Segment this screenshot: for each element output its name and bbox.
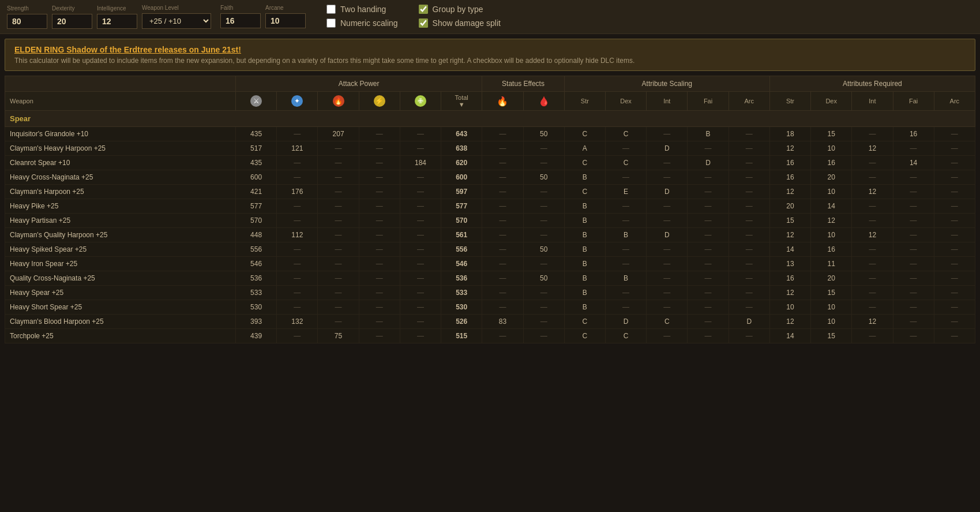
holy-val: — <box>400 199 441 214</box>
status2-val: — <box>523 228 564 242</box>
phys-val: 393 <box>236 315 277 329</box>
light-val: — <box>359 156 400 170</box>
status2-val: 50 <box>523 242 564 257</box>
req-int-header: Int <box>852 92 893 111</box>
status1-val: — <box>482 300 523 315</box>
intelligence-input[interactable] <box>97 14 137 29</box>
weapon-name-cell: Heavy Pike +25 <box>5 199 236 214</box>
table-row[interactable]: Clayman's Quality Harpoon +25448112———56… <box>5 228 975 242</box>
req-int-val: — <box>852 127 893 141</box>
req-arc-val: — <box>934 315 975 329</box>
req-fai-val: 14 <box>893 156 934 170</box>
status2-val: — <box>523 156 564 170</box>
req-dex-val: 20 <box>811 271 852 286</box>
req-int-val: — <box>852 257 893 271</box>
dexterity-input[interactable] <box>52 14 92 29</box>
group-by-type-checkbox[interactable] <box>419 5 428 14</box>
req-fai-val: — <box>893 242 934 257</box>
two-handing-label[interactable]: Two handing <box>340 5 386 14</box>
weapons-table: Attack Power Status Effects Attribute Sc… <box>5 76 975 343</box>
scale-str-val: C <box>564 185 605 199</box>
scale-arc-val: — <box>729 242 769 257</box>
show-damage-split-label[interactable]: Show damage split <box>433 18 501 28</box>
table-row[interactable]: Heavy Iron Spear +25546————546——B————131… <box>5 257 975 271</box>
show-damage-split-checkbox[interactable] <box>419 18 428 28</box>
total-val: 620 <box>441 156 482 170</box>
numeric-scaling-row: Numeric scaling <box>326 18 398 28</box>
table-row[interactable]: Clayman's Harpoon +25421176———597——CED——… <box>5 185 975 199</box>
table-row[interactable]: Clayman's Heavy Harpoon +25517121———638—… <box>5 141 975 156</box>
table-row[interactable]: Heavy Short Spear +25530————530——B————10… <box>5 300 975 315</box>
phys-val: 556 <box>236 242 277 257</box>
scale-fai-val: — <box>688 300 729 315</box>
scale-arc-val: — <box>729 127 769 141</box>
table-row[interactable]: Clayman's Blood Harpoon +25393132———5268… <box>5 315 975 329</box>
status2-val: 50 <box>523 271 564 286</box>
status2-val: — <box>523 199 564 214</box>
two-handing-checkbox[interactable] <box>326 5 336 14</box>
table-row[interactable]: Heavy Spiked Spear +25556————556—50B————… <box>5 242 975 257</box>
faith-input[interactable] <box>220 13 261 28</box>
status1-val: — <box>482 141 523 156</box>
scale-fai-val: D <box>688 156 729 170</box>
phys-val: 600 <box>236 170 277 185</box>
status2-val: — <box>523 315 564 329</box>
req-str-val: 15 <box>769 214 810 228</box>
light-val: — <box>359 199 400 214</box>
table-row[interactable]: Inquisitor's Girandole +10435—207——643—5… <box>5 127 975 141</box>
mag-val: — <box>277 257 318 271</box>
attribute-scaling-header: Attribute Scaling <box>564 76 769 92</box>
weapon-name-cell: Heavy Spiked Spear +25 <box>5 242 236 257</box>
status1-val: — <box>482 329 523 343</box>
mag-val: — <box>277 286 318 300</box>
arcane-input[interactable] <box>265 13 306 28</box>
req-dex-val: 15 <box>811 127 852 141</box>
scale-arc-val: — <box>729 257 769 271</box>
strength-group: Strength <box>7 5 47 29</box>
numeric-scaling-checkbox[interactable] <box>326 18 336 28</box>
category-row: Spear <box>5 111 975 127</box>
scale-dex-val: — <box>605 300 646 315</box>
scale-str-header: Str <box>564 92 605 111</box>
table-row[interactable]: Torchpole +25439—75——515——CC———1415——— <box>5 329 975 343</box>
total-val: 597 <box>441 185 482 199</box>
table-row[interactable]: Quality Cross-Naginata +25536————536—50B… <box>5 271 975 286</box>
light-val: — <box>359 141 400 156</box>
scale-dex-val: — <box>605 170 646 185</box>
status2-header: 🩸 <box>523 92 564 111</box>
scale-str-val: B <box>564 214 605 228</box>
req-arc-val: — <box>934 156 975 170</box>
table-row[interactable]: Heavy Pike +25577————577——B————2014——— <box>5 199 975 214</box>
scale-str-val: C <box>564 315 605 329</box>
mag-val: 132 <box>277 315 318 329</box>
scale-int-header: Int <box>647 92 688 111</box>
req-int-val: 12 <box>852 315 893 329</box>
fire-icon: 🔥 <box>333 95 344 107</box>
scale-int-val: D <box>647 185 688 199</box>
strength-input[interactable] <box>7 14 47 29</box>
group-by-type-label[interactable]: Group by type <box>433 5 483 14</box>
scale-int-val: — <box>647 329 688 343</box>
req-arc-val: — <box>934 185 975 199</box>
req-str-val: 18 <box>769 127 810 141</box>
mag-icon: ✦ <box>291 95 303 107</box>
phys-val: 448 <box>236 228 277 242</box>
scale-fai-val: — <box>688 286 729 300</box>
fire-val: — <box>318 257 359 271</box>
table-row[interactable]: Heavy Cross-Naginata +25600————600—50B——… <box>5 170 975 185</box>
scale-int-val: D <box>647 141 688 156</box>
phys-icon: ⚔ <box>250 95 262 107</box>
table-row[interactable]: Cleanrot Spear +10435———184620——CC—D—161… <box>5 156 975 170</box>
fire-val: — <box>318 271 359 286</box>
mag-val: — <box>277 170 318 185</box>
req-dex-val: 10 <box>811 315 852 329</box>
weapon-level-select[interactable]: +25 / +10 +25 +10 <box>142 13 211 29</box>
phys-header: ⚔ <box>236 92 277 111</box>
top-controls: Strength Dexterity Intelligence Weapon L… <box>0 0 980 34</box>
numeric-scaling-label[interactable]: Numeric scaling <box>340 18 398 28</box>
table-row[interactable]: Heavy Partisan +25570————570——B————1512—… <box>5 214 975 228</box>
scale-dex-val: C <box>605 156 646 170</box>
req-str-val: 13 <box>769 257 810 271</box>
table-row[interactable]: Heavy Spear +25533————533——B————1215——— <box>5 286 975 300</box>
light-val: — <box>359 329 400 343</box>
